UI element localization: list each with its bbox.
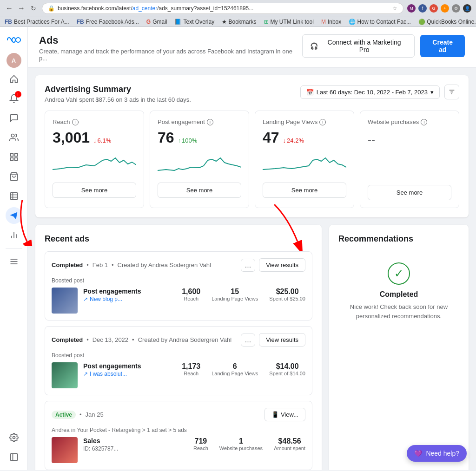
bookmark-star[interactable]: ☆	[392, 5, 397, 12]
ad-3-content: Sales ID: 6325787... 719 Reach	[52, 437, 305, 463]
rec-status: Completed	[338, 290, 459, 299]
utm-icon: ⊞	[264, 19, 269, 25]
metrics-grid: Reach i 3,001 ↓ 6.1%	[45, 111, 459, 208]
sidebar-item-menu[interactable]	[6, 253, 22, 270]
post-engagement-chart	[158, 151, 241, 174]
ad-3-date: Jan 25	[86, 411, 104, 418]
bookmark-fb-best[interactable]: FB Best Practices For A...	[5, 19, 69, 25]
bookmark-inbox[interactable]: M Inbox	[321, 19, 341, 25]
ad-1-reach-stat: 1,600 Reach	[182, 288, 200, 301]
landing-page-change: ↓ 24.2%	[283, 137, 304, 144]
main-content: Ads Create, manage and track the perform…	[28, 27, 476, 470]
bookmark-utm[interactable]: ⊞ My UTM Link tool	[264, 19, 314, 25]
sidebar-item-sidebar-toggle[interactable]	[6, 449, 22, 465]
ad-2-view-results-button[interactable]: View results	[259, 333, 305, 347]
ad-1-stats: 1,600 Reach 15 Landing Page Views $25.00…	[182, 288, 305, 301]
ad-2-creator: Created by Andrea Sodergren Vahl	[138, 336, 231, 343]
sidebar-item-messages[interactable]	[6, 110, 22, 126]
filter-options-button[interactable]	[444, 85, 459, 99]
ad-2-dot2: •	[132, 336, 134, 343]
sidebar-item-home[interactable]	[6, 71, 22, 87]
sidebar-item-people[interactable]	[6, 129, 22, 146]
profile-browser-icon[interactable]: 👤	[463, 4, 471, 13]
notification-badge: !	[15, 91, 21, 98]
ad-2-secondary-stat: 6 Landing Page Views	[212, 362, 258, 376]
post-engagement-info-icon[interactable]: i	[207, 119, 213, 125]
recent-ads-title: Recent ads	[45, 234, 89, 244]
post-engagement-see-more-button[interactable]: See more	[158, 183, 241, 198]
ad-1-dots-button[interactable]: ...	[241, 259, 255, 272]
ad-2-dots-button[interactable]: ...	[241, 334, 255, 347]
ad-3-type-label: Andrea in Your Pocket - Retargeting > 1 …	[52, 427, 305, 433]
bookmark-bookmarks[interactable]: ★ Bookmarks	[222, 19, 256, 25]
website-purchases-info-icon[interactable]: i	[421, 119, 427, 125]
google-browser-icon[interactable]: G	[430, 4, 438, 13]
svg-rect-3	[14, 154, 17, 157]
metric-label-website-purchases: Website purchases i	[368, 118, 451, 125]
ad-1-date: Feb 1	[93, 262, 108, 268]
ad-1-dot: •	[86, 262, 89, 268]
bookmark-quickbooks[interactable]: 🟢 QuickBooks Online...	[418, 19, 476, 25]
sidebar-divider	[6, 248, 22, 249]
address-bar[interactable]: 🔒 business.facebook.com/latest/ad_center…	[42, 3, 403, 14]
refresh-button[interactable]: ↻	[29, 4, 38, 13]
ad-3-view-button[interactable]: 📱 View...	[264, 408, 305, 421]
svg-rect-5	[10, 158, 13, 161]
metric-value-landing-page-views: 47 ↓ 24.2%	[263, 129, 346, 146]
ad-1-title: Post engagements	[83, 288, 141, 295]
ad-1-status-label: Completed	[52, 262, 83, 268]
meta-logo[interactable]	[6, 32, 22, 48]
sidebar-item-analytics[interactable]	[6, 227, 22, 243]
connect-marketing-pro-button[interactable]: 🎧 Connect with a Marketing Pro	[302, 34, 415, 58]
forward-button[interactable]: →	[17, 4, 26, 13]
ad-3-reach-stat: 719 Reach	[193, 437, 208, 451]
sidebar-item-ads[interactable]	[6, 207, 22, 224]
bookmark-contact[interactable]: 🌐 How to Contact Fac...	[349, 19, 411, 25]
ad-3-stats: 719 Reach 1 Website purchases $48.56 Amo…	[193, 437, 305, 451]
reach-see-more-button[interactable]: See more	[53, 183, 136, 198]
bookmark-gmail[interactable]: G Gmail	[146, 19, 167, 25]
page-subtitle: Create, manage and track the performance…	[39, 48, 302, 62]
bookmark-fb-free[interactable]: FB Free Facebook Ads...	[77, 19, 139, 25]
advertising-summary-card: Advertising Summary Andrea Vahl spent $8…	[35, 75, 469, 217]
ad-3-info: Sales ID: 6325787...	[83, 437, 118, 452]
two-col-layout: Recent ads Completed • Feb 1 • Created b…	[35, 225, 469, 470]
reach-change: ↓ 6.1%	[93, 137, 111, 144]
metric-label-post-engagement: Post engagement i	[158, 118, 241, 125]
ad-2-subtitle: ↗ I was absolut...	[83, 371, 141, 377]
date-range-button[interactable]: 📅 Last 60 days: Dec 10, 2022 - Feb 7, 20…	[300, 85, 440, 99]
share-icon: ↗	[83, 296, 88, 302]
reach-info-icon[interactable]: i	[72, 119, 79, 125]
recommendations-content: ✓ Completed Nice work! Check back soon f…	[338, 253, 459, 330]
arrow-down-icon: ↓	[93, 137, 97, 144]
meta-browser-icon[interactable]: M	[407, 4, 416, 13]
ext2-browser-icon[interactable]: ⚙	[452, 4, 460, 13]
create-ad-button[interactable]: Create ad	[420, 35, 465, 57]
metric-card-website-purchases: Website purchases i -- See more	[360, 111, 459, 208]
bookmark-text-overlay[interactable]: 📘 Text Overlay	[174, 19, 214, 25]
ad-2-content: Post engagements ↗ I was absolut... 1,17…	[52, 362, 305, 388]
ad-1-actions: ... View results	[241, 258, 305, 272]
landing-page-chart	[263, 151, 346, 174]
sidebar-item-notifications[interactable]: !	[6, 90, 22, 107]
arrow-up-icon: ↑	[178, 137, 181, 144]
sidebar-item-shop[interactable]	[6, 168, 22, 185]
metric-card-landing-page-views: Landing Page Views i 47 ↓ 24.2%	[255, 111, 354, 208]
sidebar-item-content[interactable]	[6, 149, 22, 165]
fb-browser-icon[interactable]: f	[418, 4, 427, 13]
sidebar-item-settings[interactable]	[6, 429, 22, 446]
ad-1-view-results-button[interactable]: View results	[259, 258, 305, 272]
page-header: Ads Create, manage and track the perform…	[28, 27, 476, 68]
back-button[interactable]: ←	[5, 4, 14, 13]
website-purchases-see-more-button[interactable]: See more	[368, 185, 451, 200]
landing-page-info-icon[interactable]: i	[319, 119, 326, 125]
landing-page-see-more-button[interactable]: See more	[263, 183, 346, 198]
need-help-button[interactable]: 💜 Need help?	[407, 445, 467, 462]
svg-rect-7	[10, 193, 17, 200]
sidebar-item-table[interactable]	[6, 188, 22, 204]
page-header-left: Ads Create, manage and track the perform…	[39, 34, 302, 62]
heart-icon: 💜	[414, 450, 422, 457]
ext1-browser-icon[interactable]: +	[441, 4, 449, 13]
svg-rect-2	[10, 154, 13, 157]
avatar[interactable]: A	[7, 53, 21, 68]
